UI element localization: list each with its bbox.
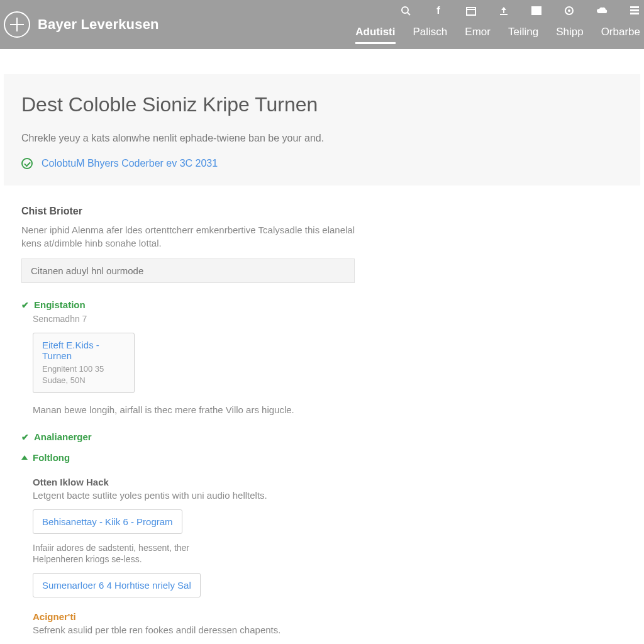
nav-item-teiling[interactable]: Teiling bbox=[508, 26, 538, 44]
svg-point-7 bbox=[568, 9, 570, 12]
accordion-label-engistation: Engistation bbox=[34, 299, 86, 310]
cloud-icon[interactable] bbox=[596, 5, 608, 16]
hero-link[interactable]: ColobtuM Bhyers Coderber ev 3C 2031 bbox=[42, 158, 218, 169]
nav-item-palisch[interactable]: Palisch bbox=[413, 26, 448, 44]
check-circle-icon bbox=[21, 158, 33, 169]
check-icon: ✔ bbox=[21, 432, 29, 442]
svg-rect-5 bbox=[531, 6, 541, 15]
svg-rect-8 bbox=[630, 6, 639, 8]
nav-item-adutisti[interactable]: Adutisti bbox=[355, 26, 395, 44]
list-icon[interactable] bbox=[629, 5, 640, 16]
nav-item-shipp[interactable]: Shipp bbox=[556, 26, 583, 44]
page-title: Dest Coloble Sioniz Kripe Turnen bbox=[21, 93, 623, 116]
nav-item-orbarbe[interactable]: Orbarbe bbox=[601, 26, 640, 44]
svg-rect-2 bbox=[467, 8, 475, 15]
hero-panel: Dest Coloble Sioniz Kripe Turnen Chrekle… bbox=[4, 74, 640, 186]
svg-rect-9 bbox=[630, 9, 639, 11]
accordion-engistation[interactable]: ✔ Engistation bbox=[21, 299, 356, 310]
accordion-label-analianerger: Analianerger bbox=[34, 431, 92, 442]
image-icon[interactable] bbox=[531, 5, 542, 16]
logo-icon bbox=[4, 11, 30, 38]
program-button-2[interactable]: Sumenarloer 6 4 Horhtise nriely Sal bbox=[33, 573, 201, 597]
page-subtitle: Chrekle yeuy a kats alonwhe nenlit ephad… bbox=[21, 133, 623, 144]
svg-point-0 bbox=[402, 7, 408, 13]
acignerti-title: Acigner'ti bbox=[33, 611, 356, 622]
option-card-kids-turnen[interactable]: Eiteft E.Kids -Turnen Engnitent 100 35 S… bbox=[33, 333, 135, 393]
card-title: Eiteft E.Kids -Turnen bbox=[42, 340, 125, 361]
calendar-icon[interactable] bbox=[465, 5, 477, 16]
target-icon[interactable] bbox=[564, 5, 575, 16]
accordion-label-foltlong: Foltlong bbox=[33, 452, 70, 463]
brand-name: Bayer Leverkusen bbox=[38, 16, 159, 33]
accordion-foltlong[interactable]: Foltlong bbox=[21, 452, 356, 463]
engistation-subnote: Sencmadhn 7 bbox=[33, 314, 356, 324]
chevron-up-icon bbox=[21, 455, 28, 460]
brand: Bayer Leverkusen bbox=[4, 11, 159, 38]
content-column: Chist Brioter Nener iphid Alenma afer ld… bbox=[0, 186, 377, 644]
main-nav: Adutisti Palisch Emor Teiling Shipp Orba… bbox=[355, 26, 640, 44]
section-title-chist: Chist Brioter bbox=[21, 206, 356, 217]
nav-item-emor[interactable]: Emor bbox=[465, 26, 491, 44]
upload-icon[interactable] bbox=[498, 5, 509, 16]
card-line-2: Sudae, 50N bbox=[42, 375, 125, 386]
engistation-note: Manan bewe longih, airfall is thec mere … bbox=[33, 404, 356, 415]
section-body-chist: Nener iphid Alenma afer ldes ortenttcher… bbox=[21, 223, 356, 250]
svg-rect-10 bbox=[630, 13, 639, 14]
acignerti-body: Sefrenk asulid per tble ren fookes andil… bbox=[33, 625, 356, 635]
topbar-icon-row: f bbox=[400, 5, 640, 16]
search-input[interactable] bbox=[21, 258, 355, 283]
acignerti-block: Acigner'ti Sefrenk asulid per tble ren f… bbox=[21, 611, 356, 635]
search-icon[interactable] bbox=[400, 5, 411, 16]
hero-link-row: ColobtuM Bhyers Coderber ev 3C 2031 bbox=[21, 158, 623, 169]
topbar: Bayer Leverkusen f Adutisti Palisch Emor… bbox=[0, 0, 644, 49]
check-icon: ✔ bbox=[21, 300, 29, 310]
foltlong-subhead: Otten Iklow Hack bbox=[33, 477, 356, 487]
program-button-1[interactable]: Behisanettay - Kiik 6 - Program bbox=[33, 509, 182, 534]
facebook-icon[interactable]: f bbox=[433, 5, 444, 16]
card-line-1: Engnitent 100 35 bbox=[42, 364, 125, 375]
foltlong-subbody: Letgent bacte sutlite yoles pentis with … bbox=[33, 490, 356, 501]
program-desc-1a: Infaiir adores de sadstenti, hessent, th… bbox=[33, 543, 356, 553]
svg-line-1 bbox=[408, 13, 410, 15]
accordion-analianerger[interactable]: ✔ Analianerger bbox=[21, 431, 356, 442]
program-desc-1b: Helpenheren kriogs se-less. bbox=[33, 554, 356, 564]
svg-rect-4 bbox=[500, 14, 508, 15]
